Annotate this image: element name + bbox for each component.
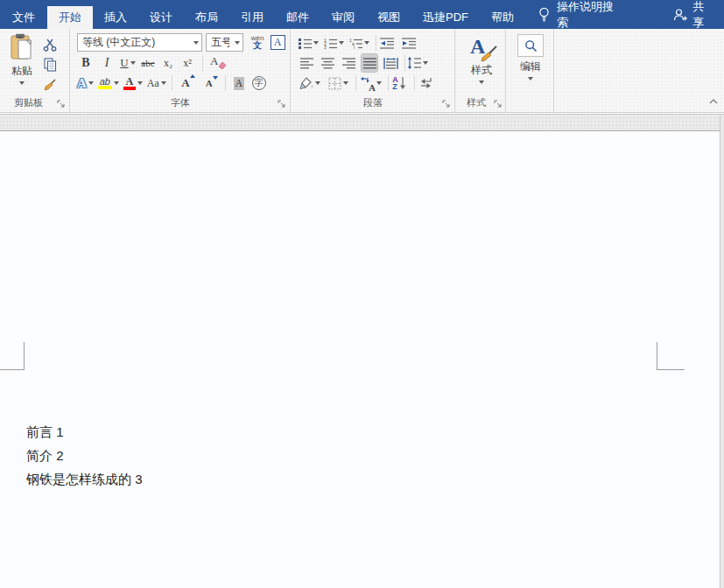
show-hide-marks-button[interactable] — [418, 74, 433, 92]
document-line[interactable]: 简介 2 — [26, 444, 143, 467]
highlight-dropdown[interactable] — [114, 81, 119, 85]
document-page[interactable]: 前言 1 简介 2 钢铁是怎样练成的 3 — [0, 132, 720, 588]
borders-dropdown[interactable] — [343, 81, 348, 85]
align-center-icon — [321, 58, 334, 69]
numbering-button[interactable]: 1 2 3 — [324, 34, 344, 52]
page-right-edge — [720, 115, 724, 588]
shading-button[interactable] — [299, 74, 320, 92]
increase-indent-button[interactable] — [401, 34, 417, 52]
superscript-button[interactable]: x² — [179, 54, 195, 72]
align-right-button[interactable] — [341, 54, 356, 72]
paste-dropdown-arrow[interactable] — [19, 81, 25, 85]
character-shading-button[interactable]: A — [231, 74, 247, 92]
tab-file[interactable]: 文件 — [0, 6, 47, 29]
tab-references[interactable]: 引用 — [229, 6, 275, 29]
share-button[interactable]: 共享 — [673, 0, 714, 31]
decrease-indent-button[interactable] — [379, 34, 395, 52]
format-painter-button[interactable] — [42, 76, 58, 94]
tab-design[interactable]: 设计 — [138, 6, 184, 29]
phonetic-guide-icon: wén 文 — [251, 35, 264, 49]
tell-me-label: 操作说明搜索 — [557, 0, 622, 31]
bullets-dropdown[interactable] — [313, 41, 319, 45]
italic-button[interactable]: I — [99, 54, 115, 72]
font-name-dropdown[interactable] — [188, 34, 201, 51]
paragraph-dialog-launcher[interactable] — [442, 100, 451, 108]
align-center-button[interactable] — [320, 54, 335, 72]
styles-icon: A — [467, 34, 496, 60]
tab-pdf[interactable]: 迅捷PDF — [411, 6, 480, 29]
group-clipboard: 粘贴 — [0, 29, 70, 112]
styles-dialog-launcher[interactable] — [494, 100, 503, 108]
bullets-button[interactable] — [299, 34, 319, 52]
subscript-button[interactable]: x₂ — [160, 54, 176, 72]
share-person-icon — [673, 8, 688, 21]
strikethrough-button[interactable]: abc — [140, 54, 156, 72]
document-line[interactable]: 前言 1 — [26, 420, 143, 444]
edit-dropdown-arrow[interactable] — [528, 77, 533, 80]
tab-insert[interactable]: 插入 — [93, 6, 138, 29]
paragraph-group-label: 段落 — [292, 96, 454, 109]
enclose-characters-button[interactable]: 字 — [251, 74, 267, 92]
align-right-icon — [342, 58, 355, 69]
change-case-icon: Aa — [147, 77, 159, 90]
sort-button[interactable]: A Z — [391, 74, 407, 92]
bold-button[interactable]: B — [78, 54, 94, 72]
font-size-combobox[interactable]: 五号 — [206, 33, 243, 52]
tab-home[interactable]: 开始 — [47, 6, 93, 29]
numbering-dropdown[interactable] — [339, 41, 344, 45]
cut-button[interactable] — [42, 36, 58, 53]
copy-button[interactable] — [42, 56, 58, 74]
asian-layout-button[interactable]: A — [359, 74, 382, 92]
underline-dropdown[interactable] — [130, 61, 136, 65]
multilevel-list-button[interactable]: 1 a i — [349, 34, 369, 52]
font-color-button[interactable]: A — [123, 74, 143, 92]
text-effects-icon: A — [77, 76, 87, 91]
increase-indent-icon — [402, 38, 416, 49]
phonetic-guide-button[interactable]: wén 文 — [248, 33, 267, 51]
line-spacing-dropdown[interactable] — [423, 61, 428, 65]
share-label: 共享 — [692, 0, 714, 31]
character-border-button[interactable]: A — [270, 33, 285, 51]
tab-mailings[interactable]: 邮件 — [275, 6, 320, 29]
clear-formatting-button[interactable]: A — [210, 54, 226, 72]
document-line[interactable]: 钢铁是怎样练成的 3 — [26, 467, 143, 491]
underline-button[interactable]: U — [120, 54, 136, 72]
font-color-dropdown[interactable] — [137, 81, 143, 85]
multilevel-list-icon: 1 a i — [349, 38, 362, 49]
styles-button[interactable]: A 样式 — [466, 34, 497, 84]
tab-review[interactable]: 审阅 — [320, 6, 366, 29]
distributed-button[interactable] — [383, 54, 398, 72]
font-name-combobox[interactable]: 等线 (中文正文) — [77, 33, 202, 52]
shrink-font-icon: A — [206, 78, 213, 88]
line-spacing-button[interactable] — [407, 54, 428, 72]
asian-layout-dropdown[interactable] — [376, 81, 382, 85]
change-case-button[interactable]: Aa — [147, 74, 166, 92]
show-hide-marks-icon — [419, 77, 432, 89]
align-left-button[interactable] — [299, 54, 314, 72]
collapse-ribbon-icon[interactable] — [709, 98, 718, 105]
font-size-dropdown[interactable] — [229, 34, 243, 51]
shrink-font-button[interactable]: A — [201, 74, 217, 92]
edit-button[interactable]: 编辑 — [517, 34, 545, 80]
tab-view[interactable]: 视图 — [366, 6, 411, 29]
text-effects-button[interactable]: A — [77, 74, 94, 92]
styles-dropdown-arrow[interactable] — [479, 80, 484, 84]
edit-label: 编辑 — [520, 60, 541, 74]
tab-layout[interactable]: 布局 — [184, 6, 229, 29]
borders-button[interactable] — [328, 74, 348, 92]
page-margin-cropmark-left — [0, 342, 25, 370]
tell-me[interactable]: 操作说明搜索 — [538, 0, 622, 31]
tab-help[interactable]: 帮助 — [480, 6, 525, 29]
font-dialog-launcher[interactable] — [278, 100, 286, 108]
character-shading-icon: A — [234, 77, 245, 90]
clipboard-dialog-launcher[interactable] — [57, 100, 66, 108]
justify-button[interactable] — [362, 54, 377, 72]
shading-dropdown[interactable] — [315, 81, 320, 85]
workspace-margin-strip — [0, 114, 724, 131]
change-case-dropdown[interactable] — [161, 81, 166, 85]
text-effects-dropdown[interactable] — [88, 81, 94, 85]
paste-button[interactable]: 粘贴 — [6, 33, 38, 85]
multilevel-list-dropdown[interactable] — [364, 41, 369, 45]
highlight-button[interactable]: ab — [98, 74, 119, 92]
grow-font-button[interactable]: A — [178, 74, 193, 92]
